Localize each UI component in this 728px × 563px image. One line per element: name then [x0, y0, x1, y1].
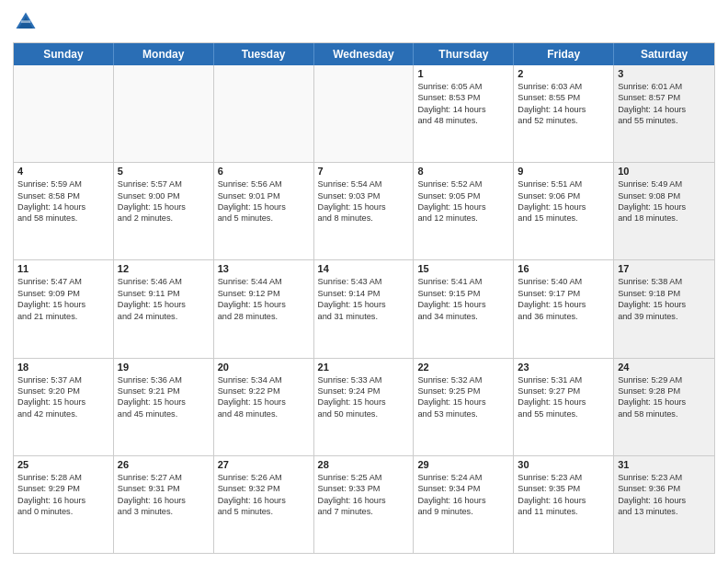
cell-info-line: Sunrise: 5:31 AM: [518, 374, 609, 385]
cell-info-line: Sunset: 9:08 PM: [618, 190, 711, 201]
cell-info-line: Sunrise: 5:57 AM: [118, 178, 210, 190]
cell-info-line: Daylight: 15 hours: [318, 201, 410, 213]
day-number: 31: [618, 459, 711, 470]
cell-info-line: Daylight: 16 hours: [218, 495, 310, 506]
day-number: 20: [218, 362, 310, 373]
cell-info-line: Sunset: 9:31 PM: [118, 483, 210, 494]
day-number: 12: [118, 263, 210, 274]
cell-info-line: Daylight: 15 hours: [618, 299, 711, 310]
cell-info-line: Sunrise: 6:05 AM: [417, 81, 509, 92]
calendar-row-2: 11Sunrise: 5:47 AMSunset: 9:09 PMDayligh…: [14, 259, 714, 357]
weekday-header-friday: Friday: [514, 43, 614, 65]
cell-info-line: Sunrise: 5:23 AM: [618, 472, 711, 483]
calendar-cell-empty-0-1: [114, 65, 214, 162]
cell-info-line: Daylight: 15 hours: [318, 299, 410, 310]
cell-info-line: Daylight: 15 hours: [17, 299, 109, 310]
cell-info-line: Sunset: 9:00 PM: [118, 190, 210, 201]
cell-info-line: Sunrise: 5:27 AM: [118, 472, 210, 483]
cell-info-line: Sunrise: 5:37 AM: [17, 374, 109, 385]
cell-info-line: Sunset: 9:28 PM: [618, 385, 711, 396]
calendar-cell-14: 14Sunrise: 5:43 AMSunset: 9:14 PMDayligh…: [314, 260, 415, 357]
cell-info-line: Sunset: 9:14 PM: [318, 288, 410, 299]
day-number: 1: [417, 68, 509, 79]
cell-info-line: and 48 minutes.: [218, 408, 310, 419]
weekday-header-tuesday: Tuesday: [214, 43, 314, 65]
calendar-cell-26: 26Sunrise: 5:27 AMSunset: 9:31 PMDayligh…: [114, 456, 214, 553]
cell-info-line: Sunset: 9:11 PM: [118, 288, 210, 299]
calendar-row-1: 4Sunrise: 5:59 AMSunset: 8:58 PMDaylight…: [14, 162, 714, 259]
cell-info-line: Sunset: 9:18 PM: [618, 288, 711, 299]
cell-info-line: and 53 minutes.: [417, 408, 509, 419]
cell-info-line: Sunset: 9:09 PM: [17, 288, 109, 299]
cell-info-line: Daylight: 14 hours: [417, 104, 509, 115]
calendar-cell-3: 3Sunrise: 6:01 AMSunset: 8:57 PMDaylight…: [614, 65, 714, 162]
cell-info-line: Sunset: 8:58 PM: [17, 190, 109, 201]
calendar-cell-15: 15Sunrise: 5:41 AMSunset: 9:15 PMDayligh…: [414, 260, 514, 357]
cell-info-line: Sunrise: 5:43 AM: [318, 276, 410, 287]
calendar-cell-12: 12Sunrise: 5:46 AMSunset: 9:11 PMDayligh…: [114, 260, 214, 357]
cell-info-line: Sunrise: 5:40 AM: [518, 276, 609, 287]
cell-info-line: and 55 minutes.: [518, 408, 609, 419]
day-number: 21: [318, 362, 410, 373]
calendar-cell-31: 31Sunrise: 5:23 AMSunset: 9:36 PMDayligh…: [614, 456, 714, 553]
cell-info-line: Sunset: 9:03 PM: [318, 190, 410, 201]
cell-info-line: Sunrise: 5:54 AM: [318, 178, 410, 190]
calendar-cell-22: 22Sunrise: 5:32 AMSunset: 9:25 PMDayligh…: [414, 359, 514, 455]
cell-info-line: Sunset: 9:35 PM: [518, 483, 609, 494]
day-number: 4: [17, 166, 109, 177]
cell-info-line: Daylight: 15 hours: [118, 299, 210, 310]
calendar-cell-10: 10Sunrise: 5:49 AMSunset: 9:08 PMDayligh…: [614, 163, 714, 259]
calendar-cell-23: 23Sunrise: 5:31 AMSunset: 9:27 PMDayligh…: [514, 359, 614, 455]
calendar-row-3: 18Sunrise: 5:37 AMSunset: 9:20 PMDayligh…: [14, 358, 714, 455]
day-number: 27: [218, 459, 310, 470]
calendar-cell-4: 4Sunrise: 5:59 AMSunset: 8:58 PMDaylight…: [14, 163, 114, 259]
cell-info-line: Daylight: 15 hours: [618, 201, 711, 213]
cell-info-line: and 28 minutes.: [218, 311, 310, 322]
calendar-cell-27: 27Sunrise: 5:26 AMSunset: 9:32 PMDayligh…: [214, 456, 314, 553]
cell-info-line: Daylight: 14 hours: [518, 104, 609, 115]
cell-info-line: and 2 minutes.: [118, 213, 210, 224]
calendar-cell-11: 11Sunrise: 5:47 AMSunset: 9:09 PMDayligh…: [14, 260, 114, 357]
calendar-cell-2: 2Sunrise: 6:03 AMSunset: 8:55 PMDaylight…: [514, 65, 614, 162]
cell-info-line: Daylight: 15 hours: [118, 396, 210, 408]
cell-info-line: Sunrise: 5:23 AM: [518, 472, 609, 483]
cell-info-line: and 31 minutes.: [318, 311, 410, 322]
calendar-page: SundayMondayTuesdayWednesdayThursdayFrid…: [0, 0, 728, 563]
day-number: 22: [417, 362, 509, 373]
calendar-cell-16: 16Sunrise: 5:40 AMSunset: 9:17 PMDayligh…: [514, 260, 614, 357]
cell-info-line: and 52 minutes.: [518, 115, 609, 126]
cell-info-line: Sunset: 9:12 PM: [218, 288, 310, 299]
cell-info-line: Sunrise: 5:51 AM: [518, 178, 609, 190]
cell-info-line: Sunset: 9:22 PM: [218, 385, 310, 396]
cell-info-line: Daylight: 16 hours: [118, 495, 210, 506]
cell-info-line: Sunrise: 6:03 AM: [518, 81, 609, 92]
day-number: 23: [518, 362, 609, 373]
cell-info-line: and 58 minutes.: [17, 213, 109, 224]
day-number: 24: [618, 362, 711, 373]
cell-info-line: Sunrise: 5:49 AM: [618, 178, 711, 190]
calendar-grid: SundayMondayTuesdayWednesdayThursdayFrid…: [13, 42, 715, 554]
cell-info-line: Daylight: 14 hours: [17, 201, 109, 213]
cell-info-line: Daylight: 16 hours: [318, 495, 410, 506]
day-number: 16: [518, 263, 609, 274]
calendar-cell-18: 18Sunrise: 5:37 AMSunset: 9:20 PMDayligh…: [14, 359, 114, 455]
cell-info-line: Daylight: 15 hours: [218, 201, 310, 213]
cell-info-line: Sunrise: 5:26 AM: [218, 472, 310, 483]
calendar-cell-13: 13Sunrise: 5:44 AMSunset: 9:12 PMDayligh…: [214, 260, 314, 357]
cell-info-line: Daylight: 15 hours: [118, 201, 210, 213]
cell-info-line: Sunset: 9:25 PM: [417, 385, 509, 396]
cell-info-line: Sunset: 9:20 PM: [17, 385, 109, 396]
cell-info-line: Sunrise: 5:29 AM: [618, 374, 711, 385]
cell-info-line: and 9 minutes.: [417, 506, 509, 517]
cell-info-line: and 58 minutes.: [618, 408, 711, 419]
day-number: 26: [118, 459, 210, 470]
cell-info-line: Sunset: 8:57 PM: [618, 92, 711, 103]
cell-info-line: Daylight: 15 hours: [218, 299, 310, 310]
logo: [13, 9, 42, 35]
cell-info-line: Sunrise: 5:46 AM: [118, 276, 210, 287]
cell-info-line: Daylight: 15 hours: [417, 201, 509, 213]
calendar-cell-empty-0-2: [214, 65, 314, 162]
cell-info-line: Sunset: 9:27 PM: [518, 385, 609, 396]
cell-info-line: and 55 minutes.: [618, 115, 711, 126]
cell-info-line: Sunrise: 5:59 AM: [17, 178, 109, 190]
